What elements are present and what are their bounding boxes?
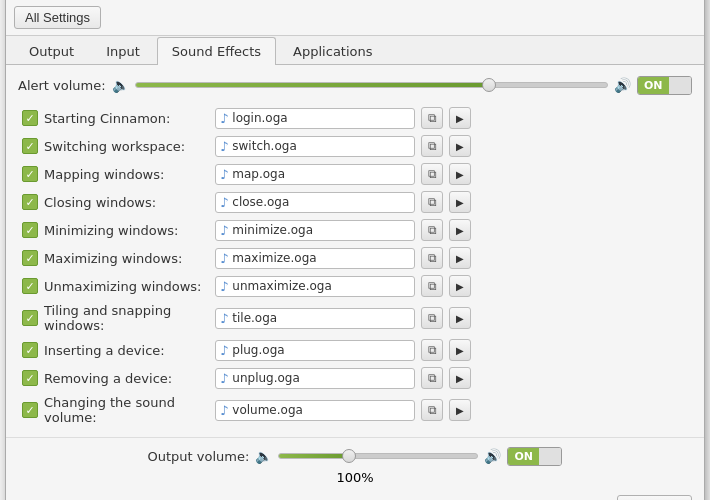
enabled-check-10[interactable]: ✓: [22, 402, 38, 418]
tab-sound-effects[interactable]: Sound Effects: [157, 37, 276, 65]
play-button-1[interactable]: ▶: [449, 135, 471, 157]
slider-track: [135, 82, 608, 88]
volume-low-icon: 🔈: [112, 77, 129, 93]
file-picker-0[interactable]: ♪ login.oga: [215, 108, 415, 129]
copy-button-5[interactable]: ⧉: [421, 247, 443, 269]
copy-button-8[interactable]: ⧉: [421, 339, 443, 361]
enabled-check-6[interactable]: ✓: [22, 278, 38, 294]
play-button-8[interactable]: ▶: [449, 339, 471, 361]
music-icon-3: ♪: [220, 195, 228, 210]
all-settings-bar: All Settings: [6, 0, 704, 36]
copy-button-0[interactable]: ⧉: [421, 107, 443, 129]
volume-high-icon: 🔊: [614, 77, 631, 93]
music-icon-5: ♪: [220, 251, 228, 266]
file-picker-10[interactable]: ♪ volume.oga: [215, 400, 415, 421]
play-button-9[interactable]: ▶: [449, 367, 471, 389]
file-picker-7[interactable]: ♪ tile.oga: [215, 308, 415, 329]
slider-thumb[interactable]: [482, 78, 496, 92]
file-picker-6[interactable]: ♪ unmaximize.oga: [215, 276, 415, 297]
play-button-6[interactable]: ▶: [449, 275, 471, 297]
file-name-0: login.oga: [232, 111, 410, 125]
tab-output[interactable]: Output: [14, 37, 89, 65]
file-name-8: plug.oga: [232, 343, 410, 357]
sound-event-name-10: Changing the sound volume:: [44, 395, 209, 425]
output-on-label: ON: [508, 448, 539, 465]
alert-volume-toggle[interactable]: ON: [637, 76, 692, 95]
play-button-2[interactable]: ▶: [449, 163, 471, 185]
enabled-check-7[interactable]: ✓: [22, 310, 38, 326]
bottom-section: Output volume: 🔈 🔊 ON 100%: [6, 437, 704, 489]
main-window: Sound − + × All Settings Output Input So…: [5, 0, 705, 500]
enabled-check-5[interactable]: ✓: [22, 250, 38, 266]
file-name-5: maximize.oga: [232, 251, 410, 265]
sound-event-name-5: Maximizing windows:: [44, 251, 209, 266]
file-picker-2[interactable]: ♪ map.oga: [215, 164, 415, 185]
table-row: ✓ Changing the sound volume: ♪ volume.og…: [18, 393, 692, 427]
tab-applications[interactable]: Applications: [278, 37, 387, 65]
play-button-0[interactable]: ▶: [449, 107, 471, 129]
play-button-3[interactable]: ▶: [449, 191, 471, 213]
enabled-check-1[interactable]: ✓: [22, 138, 38, 154]
output-volume-slider[interactable]: [278, 446, 478, 466]
enabled-check-9[interactable]: ✓: [22, 370, 38, 386]
footer: Switch to Normal Mode Close: [6, 489, 704, 500]
music-icon-0: ♪: [220, 111, 228, 126]
output-volume-toggle[interactable]: ON: [507, 447, 562, 466]
copy-button-1[interactable]: ⧉: [421, 135, 443, 157]
alert-volume-slider[interactable]: [135, 75, 608, 95]
on-label: ON: [638, 77, 669, 94]
alert-volume-label: Alert volume:: [18, 78, 106, 93]
enabled-check-3[interactable]: ✓: [22, 194, 38, 210]
output-slider-thumb[interactable]: [342, 449, 356, 463]
sound-event-name-0: Starting Cinnamon:: [44, 111, 209, 126]
play-button-10[interactable]: ▶: [449, 399, 471, 421]
file-picker-1[interactable]: ♪ switch.oga: [215, 136, 415, 157]
file-picker-8[interactable]: ♪ plug.oga: [215, 340, 415, 361]
file-picker-5[interactable]: ♪ maximize.oga: [215, 248, 415, 269]
music-icon-1: ♪: [220, 139, 228, 154]
tab-input[interactable]: Input: [91, 37, 155, 65]
sound-event-name-2: Mapping windows:: [44, 167, 209, 182]
file-picker-9[interactable]: ♪ unplug.oga: [215, 368, 415, 389]
copy-button-9[interactable]: ⧉: [421, 367, 443, 389]
content-area: Alert volume: 🔈 🔊 ON ✓ Starting Cinnamon…: [6, 65, 704, 437]
enabled-check-8[interactable]: ✓: [22, 342, 38, 358]
play-button-7[interactable]: ▶: [449, 307, 471, 329]
enabled-check-0[interactable]: ✓: [22, 110, 38, 126]
enabled-check-2[interactable]: ✓: [22, 166, 38, 182]
close-button[interactable]: Close: [617, 495, 692, 500]
all-settings-button[interactable]: All Settings: [14, 6, 101, 29]
output-volume-label: Output volume:: [148, 449, 250, 464]
output-slider-fill: [279, 454, 348, 458]
slider-fill: [136, 83, 489, 87]
off-label: [669, 77, 692, 94]
file-picker-4[interactable]: ♪ minimize.oga: [215, 220, 415, 241]
file-name-7: tile.oga: [232, 311, 410, 325]
table-row: ✓ Tiling and snapping windows: ♪ tile.og…: [18, 301, 692, 335]
music-icon-2: ♪: [220, 167, 228, 182]
file-picker-3[interactable]: ♪ close.oga: [215, 192, 415, 213]
output-off-label: [539, 448, 562, 465]
output-volume-high-icon: 🔊: [484, 448, 501, 464]
sound-event-name-6: Unmaximizing windows:: [44, 279, 209, 294]
table-row: ✓ Mapping windows: ♪ map.oga ⧉ ▶: [18, 161, 692, 187]
copy-button-7[interactable]: ⧉: [421, 307, 443, 329]
music-icon-6: ♪: [220, 279, 228, 294]
tab-bar: Output Input Sound Effects Applications: [6, 36, 704, 65]
output-volume-row: Output volume: 🔈 🔊 ON: [18, 446, 692, 466]
table-row: ✓ Inserting a device: ♪ plug.oga ⧉ ▶: [18, 337, 692, 363]
file-name-6: unmaximize.oga: [232, 279, 410, 293]
table-row: ✓ Removing a device: ♪ unplug.oga ⧉ ▶: [18, 365, 692, 391]
file-name-4: minimize.oga: [232, 223, 410, 237]
enabled-check-4[interactable]: ✓: [22, 222, 38, 238]
copy-button-10[interactable]: ⧉: [421, 399, 443, 421]
copy-button-6[interactable]: ⧉: [421, 275, 443, 297]
sound-event-name-9: Removing a device:: [44, 371, 209, 386]
copy-button-2[interactable]: ⧉: [421, 163, 443, 185]
copy-button-3[interactable]: ⧉: [421, 191, 443, 213]
play-button-5[interactable]: ▶: [449, 247, 471, 269]
percent-row: 100%: [18, 470, 692, 485]
play-button-4[interactable]: ▶: [449, 219, 471, 241]
table-row: ✓ Switching workspace: ♪ switch.oga ⧉ ▶: [18, 133, 692, 159]
copy-button-4[interactable]: ⧉: [421, 219, 443, 241]
